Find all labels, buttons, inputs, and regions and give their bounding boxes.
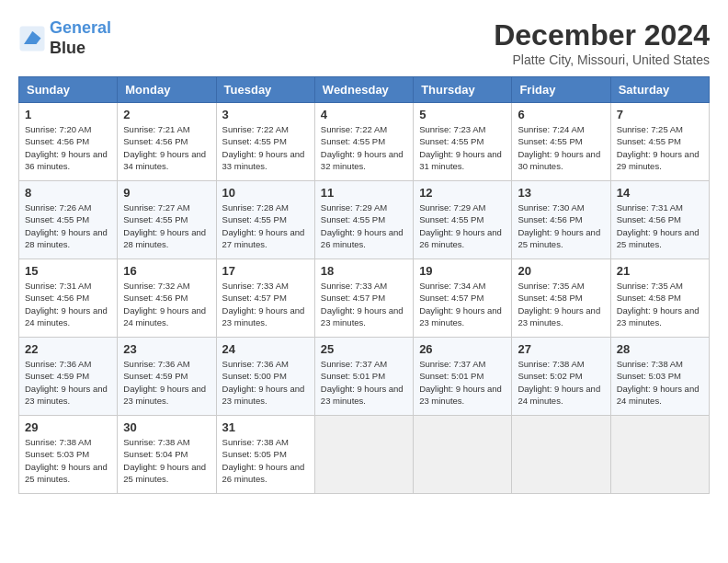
day-number: 29 bbox=[25, 420, 111, 434]
calendar-cell: 15Sunrise: 7:31 AMSunset: 4:56 PMDayligh… bbox=[19, 259, 118, 338]
calendar-cell bbox=[512, 416, 610, 494]
logo-line2: Blue bbox=[50, 39, 111, 59]
cell-content: Sunrise: 7:26 AMSunset: 4:55 PMDaylight:… bbox=[25, 201, 111, 250]
cell-content: Sunrise: 7:21 AMSunset: 4:56 PMDaylight:… bbox=[123, 123, 210, 172]
main-title: December 2024 bbox=[494, 18, 710, 52]
day-number: 26 bbox=[419, 342, 506, 356]
day-number: 27 bbox=[518, 342, 604, 356]
day-number: 8 bbox=[25, 186, 111, 200]
day-number: 18 bbox=[321, 264, 407, 278]
calendar-cell: 31Sunrise: 7:38 AMSunset: 5:05 PMDayligh… bbox=[216, 416, 314, 494]
day-number: 21 bbox=[617, 264, 703, 278]
calendar-cell: 14Sunrise: 7:31 AMSunset: 4:56 PMDayligh… bbox=[610, 181, 709, 259]
cell-content: Sunrise: 7:36 AMSunset: 4:59 PMDaylight:… bbox=[25, 358, 111, 407]
cell-content: Sunrise: 7:20 AMSunset: 4:56 PMDaylight:… bbox=[25, 123, 111, 172]
day-number: 4 bbox=[321, 108, 407, 121]
calendar-cell: 9Sunrise: 7:27 AMSunset: 4:55 PMDaylight… bbox=[118, 181, 216, 259]
calendar-cell: 8Sunrise: 7:26 AMSunset: 4:55 PMDaylight… bbox=[19, 181, 118, 259]
day-number: 25 bbox=[321, 342, 407, 356]
cell-content: Sunrise: 7:31 AMSunset: 4:56 PMDaylight:… bbox=[25, 280, 111, 328]
cell-content: Sunrise: 7:36 AMSunset: 4:59 PMDaylight:… bbox=[123, 358, 210, 407]
calendar-day-header: Thursday bbox=[414, 77, 512, 103]
day-number: 19 bbox=[419, 264, 506, 278]
calendar-week-row: 8Sunrise: 7:26 AMSunset: 4:55 PMDaylight… bbox=[19, 181, 710, 259]
day-number: 23 bbox=[123, 342, 210, 356]
cell-content: Sunrise: 7:30 AMSunset: 4:56 PMDaylight:… bbox=[518, 201, 604, 250]
cell-content: Sunrise: 7:27 AMSunset: 4:55 PMDaylight:… bbox=[123, 201, 210, 250]
day-number: 2 bbox=[123, 108, 210, 121]
cell-content: Sunrise: 7:35 AMSunset: 4:58 PMDaylight:… bbox=[617, 280, 703, 328]
day-number: 30 bbox=[123, 420, 210, 434]
calendar-cell: 18Sunrise: 7:33 AMSunset: 4:57 PMDayligh… bbox=[314, 259, 413, 338]
day-number: 31 bbox=[222, 420, 309, 434]
calendar-cell: 21Sunrise: 7:35 AMSunset: 4:58 PMDayligh… bbox=[610, 259, 709, 338]
day-number: 11 bbox=[321, 186, 407, 200]
calendar-cell: 4Sunrise: 7:22 AMSunset: 4:55 PMDaylight… bbox=[314, 103, 413, 181]
cell-content: Sunrise: 7:38 AMSunset: 5:05 PMDaylight:… bbox=[222, 436, 309, 485]
calendar-cell bbox=[610, 416, 709, 494]
day-number: 12 bbox=[419, 186, 506, 200]
calendar-cell: 11Sunrise: 7:29 AMSunset: 4:55 PMDayligh… bbox=[314, 181, 413, 259]
cell-content: Sunrise: 7:38 AMSunset: 5:03 PMDaylight:… bbox=[617, 358, 703, 407]
calendar-cell: 12Sunrise: 7:29 AMSunset: 4:55 PMDayligh… bbox=[414, 181, 512, 259]
calendar-week-row: 29Sunrise: 7:38 AMSunset: 5:03 PMDayligh… bbox=[19, 416, 710, 494]
cell-content: Sunrise: 7:31 AMSunset: 4:56 PMDaylight:… bbox=[617, 201, 703, 250]
day-number: 1 bbox=[25, 108, 111, 121]
title-area: December 2024 Platte City, Missouri, Uni… bbox=[494, 18, 710, 67]
cell-content: Sunrise: 7:28 AMSunset: 4:55 PMDaylight:… bbox=[222, 201, 309, 250]
cell-content: Sunrise: 7:29 AMSunset: 4:55 PMDaylight:… bbox=[419, 201, 506, 250]
day-number: 9 bbox=[123, 186, 210, 200]
calendar-cell: 28Sunrise: 7:38 AMSunset: 5:03 PMDayligh… bbox=[610, 338, 709, 416]
calendar-cell: 13Sunrise: 7:30 AMSunset: 4:56 PMDayligh… bbox=[512, 181, 610, 259]
calendar-cell: 3Sunrise: 7:22 AMSunset: 4:55 PMDaylight… bbox=[216, 103, 314, 181]
calendar-week-row: 15Sunrise: 7:31 AMSunset: 4:56 PMDayligh… bbox=[19, 259, 710, 338]
calendar-cell: 26Sunrise: 7:37 AMSunset: 5:01 PMDayligh… bbox=[414, 338, 512, 416]
calendar-cell bbox=[414, 416, 512, 494]
header: General Blue December 2024 Platte City, … bbox=[18, 18, 710, 67]
day-number: 14 bbox=[617, 186, 703, 200]
calendar-cell: 22Sunrise: 7:36 AMSunset: 4:59 PMDayligh… bbox=[19, 338, 118, 416]
cell-content: Sunrise: 7:24 AMSunset: 4:55 PMDaylight:… bbox=[518, 123, 604, 172]
calendar-cell: 6Sunrise: 7:24 AMSunset: 4:55 PMDaylight… bbox=[512, 103, 610, 181]
day-number: 13 bbox=[518, 186, 604, 200]
calendar-cell: 2Sunrise: 7:21 AMSunset: 4:56 PMDaylight… bbox=[118, 103, 216, 181]
cell-content: Sunrise: 7:22 AMSunset: 4:55 PMDaylight:… bbox=[222, 123, 309, 172]
calendar-cell: 5Sunrise: 7:23 AMSunset: 4:55 PMDaylight… bbox=[414, 103, 512, 181]
cell-content: Sunrise: 7:23 AMSunset: 4:55 PMDaylight:… bbox=[419, 123, 506, 172]
day-number: 5 bbox=[419, 108, 506, 121]
cell-content: Sunrise: 7:22 AMSunset: 4:55 PMDaylight:… bbox=[321, 123, 407, 172]
cell-content: Sunrise: 7:25 AMSunset: 4:55 PMDaylight:… bbox=[617, 123, 703, 172]
calendar-day-header: Friday bbox=[512, 77, 610, 103]
calendar-cell: 27Sunrise: 7:38 AMSunset: 5:02 PMDayligh… bbox=[512, 338, 610, 416]
cell-content: Sunrise: 7:37 AMSunset: 5:01 PMDaylight:… bbox=[321, 358, 407, 407]
cell-content: Sunrise: 7:34 AMSunset: 4:57 PMDaylight:… bbox=[419, 280, 506, 328]
calendar-cell bbox=[314, 416, 413, 494]
calendar-day-header: Wednesday bbox=[314, 77, 413, 103]
calendar: SundayMondayTuesdayWednesdayThursdayFrid… bbox=[18, 76, 710, 494]
cell-content: Sunrise: 7:33 AMSunset: 4:57 PMDaylight:… bbox=[321, 280, 407, 328]
calendar-cell: 20Sunrise: 7:35 AMSunset: 4:58 PMDayligh… bbox=[512, 259, 610, 338]
cell-content: Sunrise: 7:29 AMSunset: 4:55 PMDaylight:… bbox=[321, 201, 407, 250]
logo-text: General Blue bbox=[50, 18, 111, 58]
calendar-cell: 1Sunrise: 7:20 AMSunset: 4:56 PMDaylight… bbox=[19, 103, 118, 181]
cell-content: Sunrise: 7:36 AMSunset: 5:00 PMDaylight:… bbox=[222, 358, 309, 407]
calendar-cell: 10Sunrise: 7:28 AMSunset: 4:55 PMDayligh… bbox=[216, 181, 314, 259]
day-number: 6 bbox=[518, 108, 604, 121]
calendar-cell: 19Sunrise: 7:34 AMSunset: 4:57 PMDayligh… bbox=[414, 259, 512, 338]
subtitle: Platte City, Missouri, United States bbox=[494, 52, 710, 67]
cell-content: Sunrise: 7:38 AMSunset: 5:02 PMDaylight:… bbox=[518, 358, 604, 407]
calendar-week-row: 1Sunrise: 7:20 AMSunset: 4:56 PMDaylight… bbox=[19, 103, 710, 181]
calendar-cell: 7Sunrise: 7:25 AMSunset: 4:55 PMDaylight… bbox=[610, 103, 709, 181]
calendar-header-row: SundayMondayTuesdayWednesdayThursdayFrid… bbox=[19, 77, 710, 103]
calendar-cell: 16Sunrise: 7:32 AMSunset: 4:56 PMDayligh… bbox=[118, 259, 216, 338]
day-number: 22 bbox=[25, 342, 111, 356]
cell-content: Sunrise: 7:37 AMSunset: 5:01 PMDaylight:… bbox=[419, 358, 506, 407]
cell-content: Sunrise: 7:38 AMSunset: 5:03 PMDaylight:… bbox=[25, 436, 111, 485]
calendar-cell: 24Sunrise: 7:36 AMSunset: 5:00 PMDayligh… bbox=[216, 338, 314, 416]
cell-content: Sunrise: 7:32 AMSunset: 4:56 PMDaylight:… bbox=[123, 280, 210, 328]
day-number: 10 bbox=[222, 186, 309, 200]
cell-content: Sunrise: 7:38 AMSunset: 5:04 PMDaylight:… bbox=[123, 436, 210, 485]
calendar-cell: 23Sunrise: 7:36 AMSunset: 4:59 PMDayligh… bbox=[118, 338, 216, 416]
cell-content: Sunrise: 7:33 AMSunset: 4:57 PMDaylight:… bbox=[222, 280, 309, 328]
cell-content: Sunrise: 7:35 AMSunset: 4:58 PMDaylight:… bbox=[518, 280, 604, 328]
